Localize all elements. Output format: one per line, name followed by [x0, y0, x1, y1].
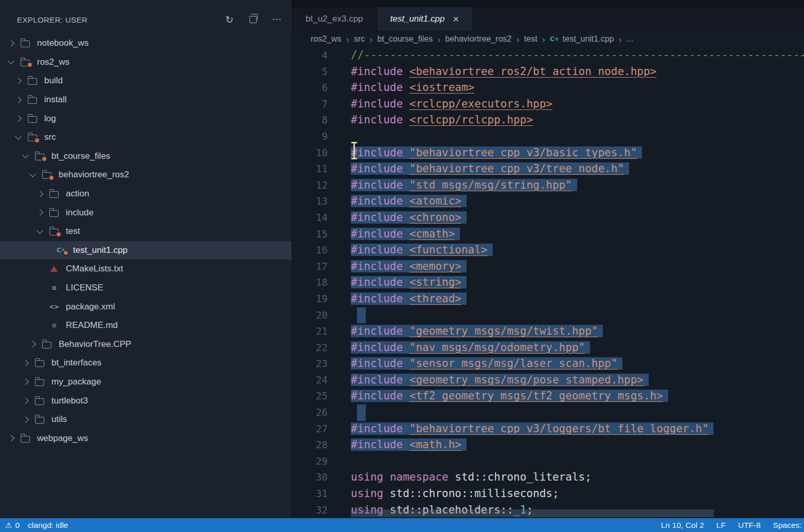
line-number[interactable]: 12 [292, 177, 351, 194]
line-number[interactable]: 4 [292, 47, 351, 64]
code-line[interactable]: 11#include "behaviortree_cpp_v3/tree_nod… [292, 161, 804, 177]
tree-item-bt_course_files[interactable]: bt_course_files [0, 147, 292, 166]
line-number[interactable]: 28 [292, 437, 351, 453]
chevron-right-icon[interactable] [22, 354, 34, 373]
chevron-down-icon[interactable] [29, 166, 41, 185]
line-number[interactable]: 24 [292, 372, 351, 389]
code-line[interactable]: 8#include <rclcpp/rclcpp.hpp> [292, 112, 804, 129]
chevron-right-icon[interactable] [22, 373, 34, 392]
code-line[interactable]: 14#include <chrono> [292, 210, 804, 226]
line-number[interactable]: 7 [292, 96, 351, 113]
status-indent[interactable]: Spaces: 4 [773, 521, 804, 530]
code-line[interactable]: 21#include "geometry_msgs/msg/twist.hpp" [292, 323, 804, 340]
line-number[interactable]: 32 [292, 502, 351, 518]
tree-item-notebook_ws[interactable]: notebook_ws [0, 34, 292, 53]
line-number[interactable]: 13 [292, 193, 351, 210]
code-line[interactable]: 23#include "sensor_msgs/msg/laser_scan.h… [292, 356, 804, 372]
tree-item-LICENSE[interactable]: ≡LICENSE [0, 279, 292, 298]
tree-item-turtlebot3[interactable]: turtlebot3 [0, 391, 292, 410]
chevron-right-icon[interactable] [22, 410, 34, 429]
line-number[interactable]: 8 [292, 112, 351, 129]
line-number[interactable]: 19 [292, 291, 351, 307]
code-line[interactable]: 5#include <behaviortree_ros2/bt_action_n… [292, 64, 804, 80]
breadcrumb-item-test_unit1.cpp[interactable]: test_unit1.cpp [563, 34, 614, 44]
line-number[interactable]: 10 [292, 145, 351, 161]
code-line[interactable]: 15#include <cmath> [292, 226, 804, 243]
breadcrumb-item-ros2_ws[interactable]: ros2_ws [311, 34, 342, 44]
code-line[interactable]: 24#include <geometry_msgs/msg/pose_stamp… [292, 372, 804, 389]
code-line[interactable]: 17#include <memory> [292, 259, 804, 275]
chevron-down-icon[interactable] [7, 53, 20, 72]
tree-item-BehaviorTree.CPP[interactable]: BehaviorTree.CPP [0, 335, 292, 354]
code-line[interactable]: 25#include <tf2_geometry_msgs/tf2_geomet… [292, 388, 804, 405]
code-line[interactable]: 28#include <math.h> [292, 437, 804, 453]
breadcrumb-item-behaviortree_ros2[interactable]: behaviortree_ros2 [445, 34, 512, 44]
tab-bt_u2_ex3.cpp[interactable]: bt_u2_ex3.cpp [292, 7, 377, 31]
collapse-folders-icon[interactable] [247, 16, 259, 23]
code-line[interactable]: 30using namespace std::chrono_literals; [292, 469, 804, 486]
line-number[interactable]: 25 [292, 388, 351, 405]
line-number[interactable]: 26 [292, 405, 351, 421]
tree-item-behaviortree_ros2[interactable]: behaviortree_ros2 [0, 166, 292, 185]
line-number[interactable]: 23 [292, 356, 351, 372]
more-actions-icon[interactable]: ··· [271, 14, 282, 25]
line-number[interactable]: 21 [292, 323, 351, 340]
tree-item-test_unit1.cpp[interactable]: C+test_unit1.cpp [0, 241, 292, 260]
line-number[interactable]: 17 [292, 259, 351, 275]
tree-item-log[interactable]: log [0, 109, 292, 128]
code-line[interactable]: 26 [292, 405, 804, 421]
code-line[interactable]: 7#include <rclcpp/executors.hpp> [292, 96, 804, 113]
chevron-right-icon[interactable] [7, 34, 20, 53]
code-line[interactable]: 27#include "behaviortree_cpp_v3/loggers/… [292, 421, 804, 437]
line-number[interactable]: 16 [292, 242, 351, 259]
tree-item-src[interactable]: src [0, 128, 292, 147]
tree-item-my_package[interactable]: my_package [0, 373, 292, 392]
tree-item-build[interactable]: build [0, 71, 292, 90]
line-number[interactable]: 11 [292, 161, 351, 177]
tree-item-bt_interfaces[interactable]: bt_interfaces [0, 354, 292, 373]
tree-item-README.md[interactable]: ≡README.md [0, 316, 292, 335]
line-number[interactable]: 9 [292, 129, 351, 145]
code-line[interactable]: 20 [292, 307, 804, 324]
line-number[interactable]: 29 [292, 453, 351, 470]
line-number[interactable]: 27 [292, 421, 351, 437]
breadcrumb-item-src[interactable]: src [354, 34, 365, 44]
chevron-right-icon[interactable] [14, 71, 27, 90]
line-number[interactable]: 14 [292, 210, 351, 226]
code-line[interactable]: 22#include "nav_msgs/msg/odometry.hpp" [292, 340, 804, 356]
chevron-down-icon[interactable] [36, 222, 48, 241]
chevron-right-icon[interactable] [36, 185, 48, 204]
code-line[interactable]: 18#include <string> [292, 274, 804, 291]
code-line[interactable]: 4//-------------------------------------… [292, 47, 804, 64]
chevron-right-icon[interactable] [14, 90, 27, 109]
chevron-right-icon[interactable] [7, 429, 20, 448]
line-number[interactable]: 20 [292, 307, 351, 324]
code-line[interactable]: 29 [292, 453, 804, 470]
tree-item-install[interactable]: install [0, 90, 292, 109]
chevron-down-icon[interactable] [22, 147, 34, 166]
status-line-col[interactable]: Ln 10, Col 2 [661, 521, 704, 530]
problems-indicator[interactable]: ⚠ 0 [5, 521, 20, 530]
tree-item-ros2_ws[interactable]: ros2_ws [0, 53, 292, 72]
chevron-right-icon[interactable] [14, 109, 27, 128]
refresh-explorer-icon[interactable]: ↻ [224, 14, 235, 25]
breadcrumb-item-bt_course_files[interactable]: bt_course_files [378, 34, 433, 44]
code-line[interactable]: 16#include <functional> [292, 242, 804, 259]
breadcrumb-overflow[interactable]: ... [627, 34, 633, 44]
tree-item-utils[interactable]: utils [0, 410, 292, 429]
breadcrumb-item-test[interactable]: test [524, 34, 538, 44]
chevron-right-icon[interactable] [22, 391, 34, 410]
code-line[interactable]: 19#include <thread> [292, 291, 804, 307]
chevron-right-icon[interactable] [29, 335, 41, 354]
code-line[interactable]: 6#include <iostream> [292, 80, 804, 96]
line-number[interactable]: 18 [292, 274, 351, 291]
chevron-right-icon[interactable] [36, 203, 48, 222]
tab-test_unit1.cpp[interactable]: test_unit1.cpp× [377, 7, 473, 31]
horizontal-scrollbar[interactable] [351, 509, 714, 517]
code-line[interactable]: 12#include "std_msgs/msg/string.hpp" [292, 177, 804, 194]
close-icon[interactable]: × [453, 14, 459, 24]
code-line[interactable]: 31using std::chrono::milliseconds; [292, 486, 804, 502]
code-line[interactable]: 13#include <atomic> [292, 193, 804, 210]
tree-item-CMakeLists.txt[interactable]: CMakeLists.txt [0, 260, 292, 279]
tree-item-test[interactable]: test [0, 222, 292, 241]
